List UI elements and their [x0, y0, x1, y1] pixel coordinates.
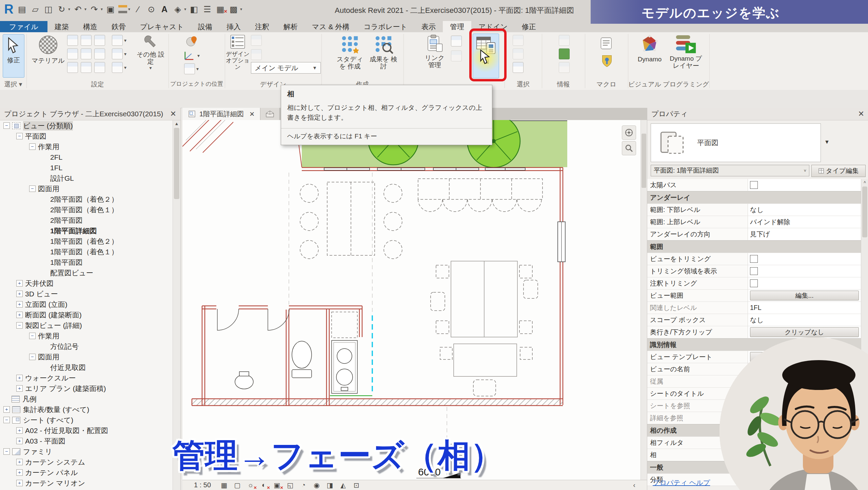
project-browser-header[interactable]: プロジェクト ブラウザ - 二上Exercise0307(2015) ✕: [0, 108, 180, 120]
scroll-up-icon[interactable]: ▲: [173, 120, 180, 127]
tree-item-18[interactable]: +断面図 (建築断面): [0, 310, 173, 320]
edit-type-button[interactable]: タイプ編集: [811, 165, 866, 177]
position-item[interactable]: ▾: [184, 63, 199, 74]
expand-icon[interactable]: +: [16, 301, 23, 308]
tree-item-30[interactable]: +A03 - 平面図: [0, 436, 173, 446]
tree-item-23[interactable]: 付近見取図: [0, 362, 173, 373]
create-study-button[interactable]: スタディを 作成: [334, 34, 366, 77]
tree-item-6[interactable]: −図面用: [0, 183, 173, 194]
tree-item-12[interactable]: 1階平面図（着色１）: [0, 247, 173, 257]
zoom-tool-icon[interactable]: [622, 141, 636, 155]
expand-icon[interactable]: +: [16, 480, 23, 486]
coordinates-item[interactable]: ▾: [183, 50, 200, 61]
scroll-up-icon[interactable]: ˄: [861, 179, 868, 186]
tree-item-label[interactable]: 1階平面図（着色２）: [50, 237, 118, 246]
tree-item-2[interactable]: −作業用: [0, 141, 173, 152]
property-value[interactable]: バインド解除: [748, 216, 861, 228]
tree-item-label[interactable]: A02 - 付近見取図・配置図: [25, 426, 108, 435]
dynamo-button[interactable]: Dynamo: [635, 34, 665, 77]
dropdown-arrow-icon[interactable]: ▾: [240, 7, 242, 12]
location-icon[interactable]: [185, 34, 198, 48]
structural-settings-icon[interactable]: [112, 35, 123, 46]
tree-item-label[interactable]: 1階平面図（着色１）: [50, 247, 118, 257]
tree-item-0[interactable]: −ビュー (分類順): [0, 120, 173, 131]
crop-view-icon[interactable]: ▣: [273, 481, 281, 489]
section-icon[interactable]: ◧: [189, 3, 199, 16]
expand-icon[interactable]: +: [16, 312, 23, 318]
tree-item-label[interactable]: 集計表/数量 (すべて): [23, 405, 89, 414]
thin-lines-icon[interactable]: ☰: [202, 3, 213, 16]
tree-item-label[interactable]: 付近見取図: [50, 363, 86, 372]
tree-item-label[interactable]: ウォークスルー: [25, 373, 76, 383]
collapse-icon[interactable]: −: [16, 133, 23, 139]
temporary-view-properties-icon[interactable]: ◨: [326, 481, 334, 489]
tree-item-5[interactable]: 設計GL: [0, 173, 173, 183]
dropdown-arrow-icon[interactable]: ▾: [124, 38, 126, 43]
floor-plan-view[interactable]: 6000: [182, 120, 641, 480]
tree-item-32[interactable]: +カーテン システム: [0, 457, 173, 467]
checkbox[interactable]: [750, 255, 758, 263]
properties-help-link[interactable]: プロパティ ヘルプ: [653, 478, 710, 487]
constraints-icon[interactable]: ⊡: [352, 481, 361, 489]
tree-item-28[interactable]: −シート (すべて): [0, 415, 173, 425]
select-by-id-icon[interactable]: [559, 48, 570, 59]
tree-item-label[interactable]: カーテン マリオン: [25, 478, 85, 488]
properties-header[interactable]: プロパティ ✕: [647, 108, 868, 120]
tree-item-label[interactable]: 方位記号: [50, 342, 79, 351]
tree-item-26[interactable]: 凡例: [0, 394, 173, 404]
panel-label-visual-programming[interactable]: ビジュアル プログラミング: [628, 80, 709, 89]
measure-icon[interactable]: [118, 5, 127, 13]
temporary-hide-isolate-icon[interactable]: ◔: [299, 481, 308, 489]
tree-item-15[interactable]: +天井伏図: [0, 278, 173, 289]
dropdown-arrow-icon[interactable]: ▾: [84, 7, 86, 12]
checkbox[interactable]: [750, 267, 758, 275]
view-scale[interactable]: 1 : 50: [194, 481, 211, 489]
shared-parameters-icon[interactable]: [81, 48, 92, 59]
collapse-icon[interactable]: −: [29, 185, 36, 192]
tree-item-21[interactable]: 方位記号: [0, 341, 173, 352]
ribbon-tab-14[interactable]: 修正: [515, 21, 543, 32]
tree-item-9[interactable]: 2階平面図: [0, 215, 173, 226]
ribbon-tab-8[interactable]: 解析: [276, 21, 305, 32]
panel-label-macro[interactable]: マクロ: [585, 80, 628, 89]
ribbon-tab-0[interactable]: ファイル: [0, 21, 47, 32]
revit-logo-icon[interactable]: R: [3, 3, 14, 16]
tree-item-label[interactable]: 1階平面詳細図: [50, 226, 97, 236]
detail-level-icon[interactable]: ▦: [220, 481, 229, 489]
tree-item-22[interactable]: −図面用: [0, 352, 173, 362]
view-tab-active[interactable]: 1階平面詳細図 ✕: [182, 108, 260, 120]
tree-item-label[interactable]: エリア プラン (建築面積): [25, 384, 106, 393]
macro-manager-icon[interactable]: [599, 37, 614, 51]
tree-item-label[interactable]: 設計GL: [50, 174, 74, 183]
mep-settings-icon[interactable]: [112, 48, 123, 59]
steering-wheel-icon[interactable]: [622, 125, 636, 140]
expand-icon[interactable]: +: [16, 291, 23, 297]
collapse-icon[interactable]: −: [29, 354, 36, 360]
ribbon-tab-7[interactable]: 注釈: [248, 21, 276, 32]
tree-item-8[interactable]: 2階平面図（着色１）: [0, 204, 173, 215]
open-icon[interactable]: ▱: [30, 3, 41, 16]
property-value[interactable]: 見下げ: [748, 228, 861, 240]
tree-item-label[interactable]: カーテン システム: [25, 457, 85, 467]
tree-item-label[interactable]: 立面図 (立面): [25, 300, 67, 309]
ribbon-tab-4[interactable]: プレキャスト: [133, 21, 191, 32]
collapse-icon[interactable]: −: [16, 322, 23, 329]
scrollbar-thumb[interactable]: [642, 134, 646, 188]
tree-item-label[interactable]: ビュー (分類順): [23, 121, 73, 131]
property-group-header[interactable]: 範囲: [647, 240, 861, 253]
visual-style-icon[interactable]: ▢: [233, 481, 242, 489]
expand-icon[interactable]: +: [16, 427, 23, 434]
tree-item-7[interactable]: 2階平面図（着色２）: [0, 194, 173, 204]
sync-icon[interactable]: ↻: [56, 3, 67, 16]
snaps-icon[interactable]: [81, 35, 92, 46]
scrollbar-thumb[interactable]: [862, 187, 867, 237]
close-icon[interactable]: ✕: [170, 110, 176, 118]
tree-item-19[interactable]: −製図ビュー (詳細): [0, 320, 173, 331]
tree-item-label[interactable]: 配置図ビュー: [50, 268, 93, 278]
switch-windows-icon[interactable]: ▩: [228, 3, 239, 16]
manage-images-icon[interactable]: [451, 36, 462, 46]
displacement-sets-icon[interactable]: ◭: [339, 481, 348, 489]
tree-item-label[interactable]: 天井伏図: [25, 279, 54, 288]
tree-item-17[interactable]: +立面図 (立面): [0, 299, 173, 310]
ribbon-tab-5[interactable]: 設備: [191, 21, 219, 32]
